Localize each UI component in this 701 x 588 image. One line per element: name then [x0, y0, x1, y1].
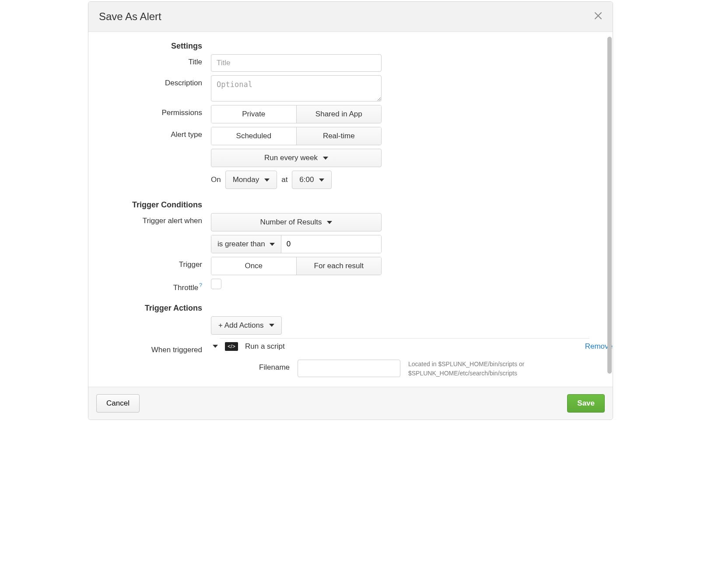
label-description: Description	[88, 75, 211, 88]
chevron-down-icon	[327, 221, 332, 224]
chevron-down-icon[interactable]	[213, 345, 218, 348]
chevron-down-icon	[269, 324, 274, 327]
trigger-each-result[interactable]: For each result	[296, 257, 382, 275]
save-as-alert-dialog: Save As Alert Settings Title Description…	[88, 1, 613, 420]
alert-type-toggle: Scheduled Real-time	[211, 127, 382, 145]
trigger-comparator-value: is greater than	[217, 240, 265, 248]
schedule-time-value: 6:00	[299, 175, 314, 184]
filename-input[interactable]	[298, 360, 400, 377]
trigger-mode-toggle: Once For each result	[211, 257, 382, 275]
title-input[interactable]	[211, 54, 382, 72]
chevron-down-icon	[264, 178, 270, 182]
description-textarea[interactable]	[211, 75, 382, 102]
filename-hint: Located in $SPLUNK_HOME/bin/scripts or $…	[408, 360, 548, 378]
dialog-body: Settings Title Description Permissions P…	[88, 32, 613, 387]
label-on: On	[211, 175, 221, 184]
trigger-comparator-dropdown[interactable]: is greater than	[211, 235, 281, 253]
action-script-name: Run a script	[245, 342, 285, 351]
divider	[220, 338, 589, 339]
label-title: Title	[88, 54, 211, 66]
schedule-frequency-dropdown[interactable]: Run every week	[211, 149, 382, 167]
label-at: at	[281, 175, 287, 184]
section-settings-heading: Settings	[88, 40, 211, 51]
label-alert-type: Alert type	[88, 127, 211, 139]
schedule-time-dropdown[interactable]: 6:00	[292, 171, 332, 189]
trigger-once[interactable]: Once	[211, 257, 296, 275]
dialog-header: Save As Alert	[88, 2, 613, 32]
label-trigger-when: Trigger alert when	[88, 213, 211, 225]
script-icon: </>	[225, 342, 238, 351]
close-icon[interactable]	[594, 11, 602, 22]
permissions-shared[interactable]: Shared in App	[296, 105, 382, 123]
alert-type-realtime[interactable]: Real-time	[296, 127, 382, 145]
dialog-footer: Cancel Save	[88, 387, 613, 420]
schedule-day-dropdown[interactable]: Monday	[225, 171, 277, 189]
chevron-down-icon	[270, 243, 275, 246]
label-permissions: Permissions	[88, 105, 211, 117]
dialog-title: Save As Alert	[99, 10, 161, 23]
help-icon[interactable]: ?	[199, 282, 202, 288]
label-when-triggered: When triggered	[88, 342, 211, 354]
alert-type-scheduled[interactable]: Scheduled	[211, 127, 296, 145]
trigger-threshold-input[interactable]	[281, 235, 381, 253]
add-actions-dropdown[interactable]: + Add Actions	[211, 316, 282, 335]
permissions-private[interactable]: Private	[211, 105, 296, 123]
save-button[interactable]: Save	[567, 394, 605, 413]
permissions-toggle: Private Shared in App	[211, 105, 382, 123]
throttle-checkbox[interactable]	[211, 279, 221, 289]
schedule-frequency-value: Run every week	[264, 154, 318, 162]
trigger-metric-dropdown[interactable]: Number of Results	[211, 213, 382, 231]
scrollbar-thumb[interactable]	[607, 37, 612, 374]
trigger-metric-value: Number of Results	[260, 218, 322, 227]
throttle-text: Throttle	[173, 284, 199, 292]
trigger-comparator-combo: is greater than	[211, 235, 382, 253]
scrollbar[interactable]	[606, 37, 613, 399]
schedule-day-value: Monday	[233, 175, 259, 184]
chevron-down-icon	[323, 157, 328, 160]
add-actions-label: + Add Actions	[218, 321, 264, 330]
chevron-down-icon	[319, 178, 324, 182]
label-trigger: Trigger	[88, 257, 211, 269]
section-trigger-conditions-heading: Trigger Conditions	[88, 199, 211, 210]
cancel-button[interactable]: Cancel	[96, 394, 140, 413]
label-throttle: Throttle?	[88, 279, 211, 292]
label-filename: Filename	[220, 360, 290, 372]
section-trigger-actions-heading: Trigger Actions	[88, 302, 211, 313]
